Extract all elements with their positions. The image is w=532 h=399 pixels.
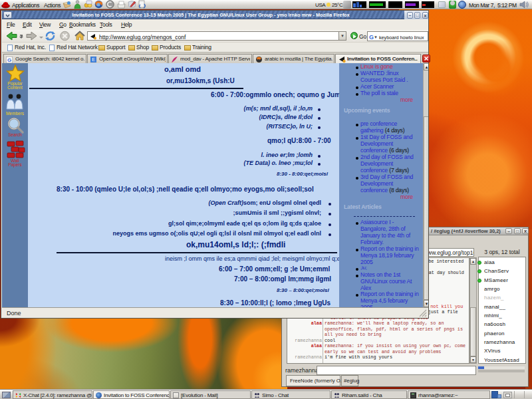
svg-text:G: G xyxy=(7,57,11,63)
